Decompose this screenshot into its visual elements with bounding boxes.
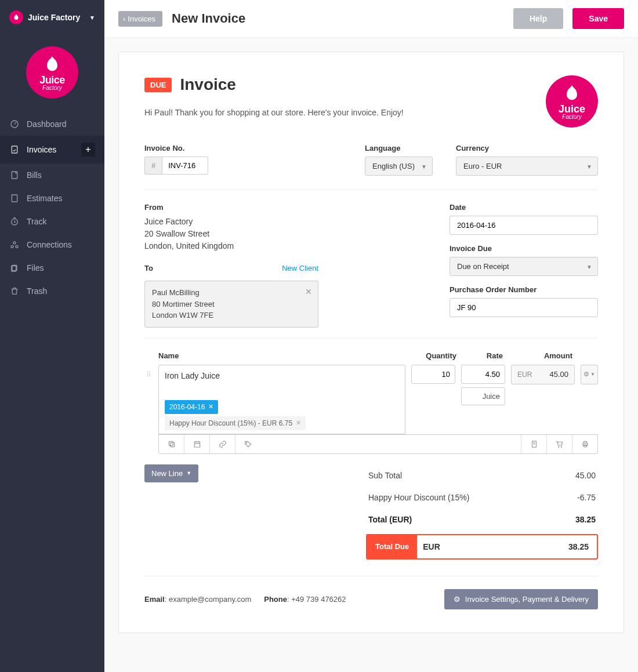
printer-icon bbox=[581, 440, 589, 448]
chevron-down-icon: ▼ bbox=[590, 372, 595, 377]
invoice-title: Invoice bbox=[180, 75, 235, 94]
rate-input[interactable] bbox=[461, 365, 505, 384]
remove-tag-icon[interactable]: ✕ bbox=[296, 419, 301, 427]
divider bbox=[144, 338, 598, 339]
cart-icon bbox=[556, 440, 564, 448]
po-label: Purchase Order Number bbox=[449, 285, 598, 294]
status-badge: DUE bbox=[144, 78, 172, 92]
company-logo: Juice Factory bbox=[546, 75, 598, 128]
trash-icon bbox=[9, 286, 20, 296]
date-input[interactable] bbox=[449, 216, 598, 235]
subtotal-label: Sub Total bbox=[368, 471, 402, 480]
invoice-due-select[interactable]: Due on Receipt ▼ bbox=[449, 257, 598, 276]
dashboard-icon bbox=[9, 119, 20, 129]
save-button[interactable]: Save bbox=[572, 8, 624, 29]
link-button[interactable] bbox=[210, 435, 235, 453]
back-button[interactable]: ‹ Invoices bbox=[118, 11, 162, 27]
org-name: Juice Factory bbox=[28, 13, 85, 22]
item-discount-tag[interactable]: Happy Hour Discount (15%) - EUR 6.75 ✕ bbox=[165, 416, 306, 430]
invoice-settings-button[interactable]: ⚙ Invoice Settings, Payment & Delivery bbox=[444, 589, 598, 609]
language-select[interactable]: English (US) ▼ bbox=[365, 157, 433, 176]
receipt-button[interactable] bbox=[521, 435, 546, 453]
item-name: Iron Lady Juice bbox=[165, 371, 220, 380]
sidebar-label: Files bbox=[27, 263, 44, 273]
chevron-down-icon: ▼ bbox=[89, 14, 95, 21]
svg-point-5 bbox=[13, 242, 16, 244]
footer-contact: Email: example@company.com Phone: +49 73… bbox=[144, 595, 346, 604]
cart-button[interactable] bbox=[546, 435, 572, 453]
sidebar-item-files[interactable]: Files bbox=[0, 256, 104, 279]
quantity-input[interactable] bbox=[411, 365, 455, 384]
gear-icon: ⚙ bbox=[454, 595, 461, 604]
back-label: Invoices bbox=[128, 14, 155, 23]
sidebar-item-dashboard[interactable]: Dashboard bbox=[0, 112, 104, 136]
total-due-amount: 38.25 bbox=[560, 535, 597, 558]
currency-label: Currency bbox=[456, 144, 598, 152]
line-toolbar bbox=[158, 434, 598, 454]
print-button[interactable] bbox=[572, 435, 597, 453]
divider bbox=[144, 190, 598, 190]
help-button[interactable]: Help bbox=[513, 8, 563, 29]
total-label: Total (EUR) bbox=[368, 515, 412, 524]
page-title: New Invoice bbox=[172, 11, 245, 26]
subtotal-value: 45.00 bbox=[575, 471, 596, 480]
svg-rect-3 bbox=[12, 195, 17, 202]
item-name-box[interactable]: Iron Lady Juice 2016-04-16 ✕ Happy Hour … bbox=[158, 365, 405, 434]
new-line-button[interactable]: New Line ▼ bbox=[144, 464, 198, 482]
chevron-left-icon: ‹ bbox=[123, 14, 125, 23]
org-selector[interactable]: Juice Factory ▼ bbox=[0, 0, 104, 35]
sidebar-item-bills[interactable]: Bills bbox=[0, 164, 104, 187]
invoice-due-label: Invoice Due bbox=[449, 244, 598, 253]
connections-icon bbox=[9, 240, 20, 249]
receipt-icon bbox=[530, 440, 538, 448]
discount-label: Happy Hour Discount (15%) bbox=[368, 493, 469, 502]
drag-handle-icon[interactable]: ⠿ bbox=[144, 365, 153, 379]
date-label: Date bbox=[449, 203, 598, 212]
add-invoice-button[interactable]: + bbox=[81, 143, 95, 157]
tag-button[interactable] bbox=[235, 435, 261, 453]
totals-section: Sub Total 45.00 Happy Hour Discount (15%… bbox=[366, 464, 598, 560]
discount-value: -6.75 bbox=[577, 493, 596, 502]
line-item-row: ⠿ Iron Lady Juice 2016-04-16 ✕ Happy Hou… bbox=[144, 365, 598, 434]
sidebar-label: Trash bbox=[27, 286, 47, 296]
sidebar-label: Connections bbox=[27, 240, 72, 249]
sidebar-label: Invoices bbox=[27, 145, 56, 154]
po-input[interactable] bbox=[449, 298, 598, 317]
remove-client-icon[interactable]: ✕ bbox=[305, 286, 312, 298]
sidebar-item-estimates[interactable]: Estimates bbox=[0, 187, 104, 210]
to-label: To bbox=[144, 264, 153, 273]
pear-icon bbox=[42, 55, 63, 75]
new-client-link[interactable]: New Client bbox=[282, 264, 318, 273]
category-select[interactable]: Juice bbox=[461, 387, 505, 405]
topbar: ‹ Invoices New Invoice Help Save bbox=[104, 0, 638, 38]
from-label: From bbox=[144, 203, 318, 212]
item-date-tag[interactable]: 2016-04-16 ✕ bbox=[165, 400, 218, 414]
svg-point-15 bbox=[558, 446, 559, 447]
chevron-down-icon: ▼ bbox=[186, 470, 191, 476]
remove-tag-icon[interactable]: ✕ bbox=[208, 403, 213, 411]
tag-icon bbox=[244, 440, 252, 448]
copy-button[interactable] bbox=[159, 435, 184, 453]
currency-select[interactable]: Euro - EUR ▼ bbox=[456, 157, 598, 176]
svg-point-13 bbox=[246, 442, 247, 443]
to-client-box[interactable]: ✕ Paul McBilling 80 Mortimer Street Lond… bbox=[144, 281, 318, 328]
sidebar-item-invoices[interactable]: Invoices + bbox=[0, 136, 104, 164]
invoice-no-input[interactable] bbox=[162, 157, 208, 175]
gear-icon: ⚙ bbox=[583, 370, 589, 378]
sidebar-label: Bills bbox=[27, 170, 42, 180]
sidebar-item-trash[interactable]: Trash bbox=[0, 279, 104, 303]
sidebar-item-connections[interactable]: Connections bbox=[0, 233, 104, 256]
estimate-icon bbox=[9, 194, 20, 203]
pear-icon bbox=[561, 83, 582, 104]
sidebar-label: Track bbox=[27, 217, 46, 226]
clock-icon bbox=[9, 217, 20, 226]
calendar-button[interactable] bbox=[184, 435, 210, 453]
amount-display: EUR 45.00 bbox=[511, 365, 575, 384]
sidebar-item-track[interactable]: Track bbox=[0, 210, 104, 233]
brand-logo-large: Juice Factory bbox=[0, 35, 104, 112]
currency-value: Euro - EUR bbox=[456, 157, 598, 176]
invoice-due-value: Due on Receipt bbox=[449, 257, 598, 276]
total-due-label: Total Due bbox=[367, 535, 417, 558]
line-settings-button[interactable]: ⚙▼ bbox=[581, 365, 598, 384]
svg-rect-10 bbox=[170, 442, 174, 446]
